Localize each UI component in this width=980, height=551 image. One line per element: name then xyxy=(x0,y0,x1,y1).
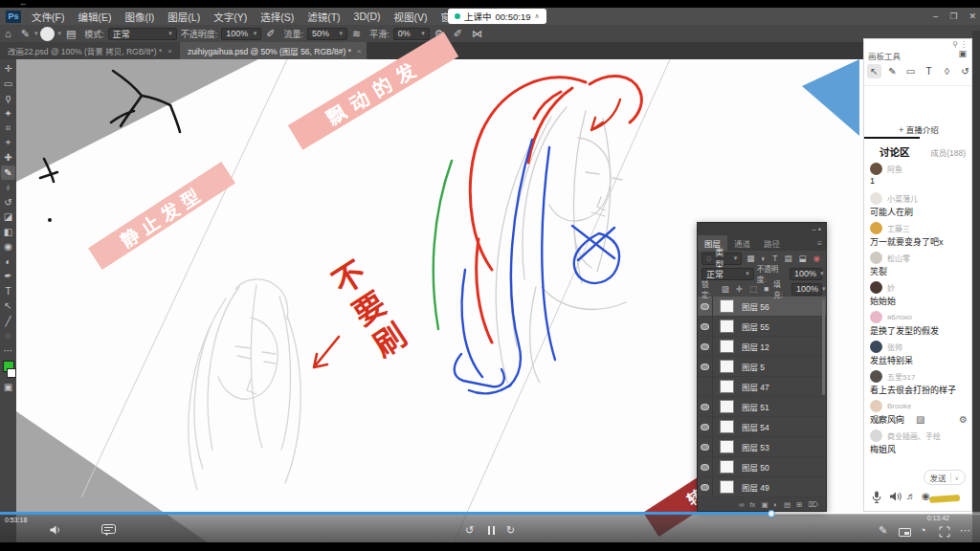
move-tool[interactable]: ✛ xyxy=(1,61,15,77)
fullscreen-icon[interactable] xyxy=(939,526,950,538)
crop-tool[interactable]: ⌗ xyxy=(1,121,15,136)
layer-row[interactable]: 图层 5 xyxy=(698,357,826,377)
pen-tool[interactable]: ✒ xyxy=(1,269,15,284)
rectangle-tool-icon[interactable]: ▭ xyxy=(903,64,918,78)
visibility-toggle-icon[interactable] xyxy=(698,337,713,357)
settings-icon[interactable]: ⚙ xyxy=(959,414,968,425)
menu-type[interactable]: 文字(Y) xyxy=(207,10,254,24)
progress-track[interactable] xyxy=(0,512,980,515)
filter-toggle-icon[interactable]: ◉ xyxy=(813,253,820,263)
menu-3d[interactable]: 3D(D) xyxy=(347,11,388,22)
gradient-tool[interactable]: ◧ xyxy=(1,225,15,240)
pointer-tool-icon[interactable]: ↖ xyxy=(867,64,881,78)
brush-preview[interactable] xyxy=(40,27,55,41)
text-tool-icon[interactable]: T xyxy=(922,64,936,78)
flow-input[interactable]: 50% ▾ xyxy=(307,28,347,40)
speaker-icon[interactable] xyxy=(889,491,902,502)
eyedropper-tool[interactable]: ⌖ xyxy=(1,136,15,151)
blur-tool[interactable]: ◉ xyxy=(1,239,15,254)
type-tool[interactable]: T xyxy=(1,284,15,299)
panel-collapse-icons[interactable]: – ▪ xyxy=(812,225,821,233)
minimize-button[interactable]: – xyxy=(933,11,938,21)
members-count[interactable]: 成员(188) xyxy=(930,146,966,158)
lasso-tool[interactable]: ϙ xyxy=(1,91,15,106)
visibility-toggle-icon[interactable] xyxy=(698,357,713,377)
layers-panel-titlebar[interactable]: – ▪ xyxy=(698,223,826,235)
pen-tool-icon[interactable]: ✎ xyxy=(885,64,900,78)
microphone-icon[interactable] xyxy=(872,491,881,503)
lock-position-icon[interactable]: ✛ xyxy=(736,284,743,294)
dodge-tool[interactable]: ◐ xyxy=(1,254,15,270)
healing-brush-tool[interactable]: ✚ xyxy=(1,150,15,165)
more-tools[interactable]: ⋯ xyxy=(1,343,15,359)
layer-row[interactable]: 图层 47 xyxy=(698,377,826,397)
visibility-toggle-icon[interactable] xyxy=(698,417,713,437)
filter-adjustment-icon[interactable]: ◐ xyxy=(761,253,766,263)
emoji-icon[interactable]: ☺ xyxy=(874,414,883,425)
tab-channels[interactable]: 通道 xyxy=(727,235,757,251)
back-arrow-icon[interactable]: ← xyxy=(19,0,28,8)
restore-button[interactable]: ❐ xyxy=(949,11,957,21)
layer-opacity-input[interactable]: 100% ▾ xyxy=(790,268,822,280)
pressure-opacity-icon[interactable]: ✐ xyxy=(266,28,275,40)
layers-scrollbar[interactable] xyxy=(822,299,825,395)
close-button[interactable]: ✕ xyxy=(969,11,976,21)
layer-mask-icon[interactable]: ▣ xyxy=(761,500,768,509)
opacity-input[interactable]: 100% ▾ xyxy=(221,28,261,40)
filter-type-select[interactable]: ◌ 类型 ▾ xyxy=(702,253,742,265)
clone-stamp-tool[interactable]: ♁ xyxy=(1,180,15,195)
more-controls-icon[interactable]: ⋯ xyxy=(960,524,970,537)
layer-group-icon[interactable]: ▤ xyxy=(784,500,791,509)
collapse-chevron-icon[interactable]: ∧ xyxy=(535,12,540,20)
progress-playhead[interactable] xyxy=(768,510,775,518)
link-layers-icon[interactable]: ∞ xyxy=(739,500,744,509)
fill-input[interactable]: 100% ▾ xyxy=(791,283,822,296)
pressure-size-icon[interactable]: ✐ xyxy=(454,28,462,40)
path-select-tool[interactable]: ↖ xyxy=(1,298,15,314)
brush-preset-icon[interactable]: ✎ xyxy=(21,28,30,40)
eraser-tool-icon[interactable]: ◊ xyxy=(940,64,954,78)
layer-row[interactable]: 图层 50 xyxy=(698,457,826,477)
music-icon[interactable]: ♬ xyxy=(906,491,916,501)
visibility-toggle-icon[interactable] xyxy=(698,437,713,457)
layer-row[interactable]: 图层 49 xyxy=(698,477,826,497)
visibility-toggle-icon[interactable] xyxy=(698,377,713,397)
magic-wand-tool[interactable]: ✦ xyxy=(1,106,15,121)
home-icon[interactable]: ⌂ xyxy=(5,28,11,39)
danmaku-icon[interactable] xyxy=(101,524,116,536)
visibility-toggle-icon[interactable] xyxy=(698,297,713,317)
menu-view[interactable]: 视图(V) xyxy=(388,10,434,24)
layer-row[interactable]: 图层 56 xyxy=(698,297,826,317)
forward-10-icon[interactable]: ↻ xyxy=(506,524,515,537)
smoothing-input[interactable]: 0% ▾ xyxy=(393,28,430,40)
class-status-pill[interactable]: 上课中 00:50:19 ∧ xyxy=(448,9,546,24)
pin-icon[interactable]: ⚲ xyxy=(952,40,958,49)
symmetry-icon[interactable]: ⋈ xyxy=(472,28,482,40)
document-tab-2[interactable]: zuihiygaihua.psd @ 50% (图层 56, RGB/8#) *… xyxy=(180,42,367,59)
filter-shape-icon[interactable]: ▤ xyxy=(785,253,792,263)
save-board-icon[interactable]: ▣ xyxy=(958,49,967,58)
eraser-tool[interactable]: ◪ xyxy=(1,209,15,225)
send-caret-icon[interactable]: ∨ xyxy=(955,474,959,481)
history-brush-tool[interactable]: ↺ xyxy=(1,195,15,210)
menu-edit[interactable]: 编辑(E) xyxy=(71,10,118,24)
layer-row[interactable]: 图层 51 xyxy=(698,397,826,417)
menu-image[interactable]: 图像(I) xyxy=(118,10,161,24)
adjustment-layer-icon[interactable]: ◐ xyxy=(773,500,778,509)
canvas[interactable] xyxy=(16,59,980,551)
layer-style-icon[interactable]: fx xyxy=(750,500,756,509)
visibility-toggle-icon[interactable] xyxy=(698,477,713,497)
more-icon[interactable]: ⋮ xyxy=(960,40,968,49)
quick-mask-icon[interactable]: ▣ xyxy=(1,380,15,395)
annotate-icon[interactable]: ✎ xyxy=(879,524,887,537)
blend-mode-select[interactable]: 正常 ▾ xyxy=(108,28,177,40)
menu-filter[interactable]: 滤镜(T) xyxy=(301,10,346,24)
replay-10-icon[interactable]: ↺ xyxy=(465,524,474,537)
tab-paths[interactable]: 路径 xyxy=(757,235,787,251)
image-icon[interactable]: ▨ xyxy=(916,414,924,425)
layer-row[interactable]: 图层 55 xyxy=(698,317,826,337)
tab-close-icon[interactable]: × xyxy=(357,47,362,55)
new-layer-icon[interactable]: ⊞ xyxy=(796,500,802,509)
layer-row[interactable]: 图层 54 xyxy=(698,417,826,437)
background-color-swatch[interactable] xyxy=(7,368,16,378)
